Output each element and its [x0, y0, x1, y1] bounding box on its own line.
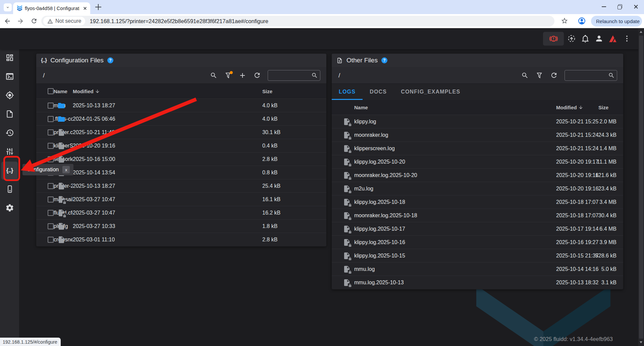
row-checkbox[interactable]	[48, 103, 54, 109]
file-search-box[interactable]	[565, 70, 617, 81]
row-checkbox[interactable]	[48, 143, 54, 149]
file-row[interactable]: moonraker.log.2025-10-18 2025-10-18 17:0…	[332, 209, 623, 222]
column-size[interactable]: Size	[262, 89, 307, 94]
column-size[interactable]: Size	[598, 105, 616, 110]
file-row[interactable]: sensorless.cfg 2025-10-16 15:00 2.8 kB	[36, 152, 326, 166]
select-all-checkbox[interactable]	[48, 88, 54, 94]
back-button[interactable]	[4, 17, 11, 25]
file-row[interactable]: klippy.log.2025-10-20 2025-10-20 19:17 1…	[332, 155, 623, 168]
tab-logs[interactable]: LOGS	[332, 84, 363, 100]
file-size: 1.4 MB	[598, 146, 616, 152]
file-row[interactable]: fluidd.cfg 2025-03-27 10:47 16.2 kB	[36, 206, 326, 219]
forward-button[interactable]	[17, 17, 24, 25]
column-name: Name	[354, 105, 556, 110]
file-modified: 2025-03-27 10:47	[73, 210, 262, 216]
notifications-bell-icon[interactable]	[581, 34, 590, 43]
sidebar-item-dashboard[interactable]	[0, 48, 19, 67]
file-row[interactable]: mainsail.cfg 2025-03-27 10:47 16.1 kB	[36, 192, 326, 206]
tab-config_examples[interactable]: CONFIG_EXAMPLES	[394, 84, 467, 100]
file-row[interactable]: m2u.log 2025-10-20 19:16 23.4 kB	[332, 182, 623, 195]
row-checkbox[interactable]	[48, 116, 54, 122]
tab-docs[interactable]: DOCS	[363, 84, 394, 100]
sidebar-item-system[interactable]	[0, 180, 19, 198]
help-icon[interactable]: ?	[381, 57, 387, 63]
file-lock-icon	[343, 185, 351, 193]
row-checkbox[interactable]	[48, 129, 54, 135]
column-modified[interactable]: Modified	[556, 105, 598, 110]
file-row[interactable]: moonraker.log.2025-10-20 2025-10-20 19:1…	[332, 168, 623, 182]
file-row[interactable]: moonraker.conf 2025-10-14 13:54 0.8 kB	[36, 166, 326, 179]
file-row[interactable]: plr.cfg 2025-03-27 10:33 1.8 kB	[36, 219, 326, 233]
refresh-icon[interactable]	[550, 71, 558, 79]
sidebar-item-history[interactable]	[0, 123, 19, 142]
row-checkbox[interactable]	[48, 156, 54, 162]
search-icon[interactable]	[521, 71, 529, 79]
fly-brand-logo[interactable]	[608, 34, 617, 43]
relaunch-button[interactable]: Relaunch to update	[591, 16, 642, 26]
gcode-preview-icon	[5, 91, 14, 100]
breadcrumb[interactable]: /	[43, 72, 45, 79]
file-row[interactable]: printer-20251013_182707.cfg-old 2025-10-…	[36, 179, 326, 192]
breadcrumb[interactable]: /	[338, 72, 340, 79]
sidebar-item-jobs[interactable]	[0, 105, 19, 123]
profile-avatar[interactable]	[578, 17, 586, 25]
tab-close-icon[interactable]	[82, 6, 88, 11]
sidebar-item-gcode-preview[interactable]	[0, 86, 19, 105]
file-row[interactable]: klippy.log.2025-10-16 2025-10-16 19:27 3…	[332, 235, 623, 249]
file-row[interactable]: .flyos-config 2024-01-25 06:46 4.0 kB	[36, 112, 326, 125]
file-row[interactable]: mmu.log.2025-10-13 2025-10-13 18:32 3.1 …	[332, 276, 623, 289]
file-row[interactable]: klipperscreen.log 2025-10-21 15:24 1.4 M…	[332, 141, 623, 155]
file-row[interactable]: mmu 2025-10-13 18:27 4.0 kB	[36, 99, 326, 112]
scrollbar-thumb[interactable]	[639, 36, 643, 339]
sidebar-item-settings[interactable]	[0, 198, 19, 217]
bookmark-star-icon[interactable]	[561, 17, 568, 24]
emergency-stop-button[interactable]	[543, 32, 564, 46]
browser-tab[interactable]: flyos-0a4d58 | Configuration	[13, 2, 90, 14]
window-minimize-button[interactable]	[600, 3, 607, 10]
upload-print-icon[interactable]	[567, 34, 576, 43]
scroll-up-arrow[interactable]	[640, 31, 642, 33]
filter-icon[interactable]	[535, 71, 543, 79]
row-checkbox[interactable]	[48, 210, 54, 216]
file-row[interactable]: klippy.log.2025-10-18 2025-10-18 17:07 3…	[332, 195, 623, 209]
security-chip[interactable]: Not secure	[43, 17, 85, 25]
address-bar[interactable]: Not secure 192.168.1.125/?printer=24282e…	[41, 16, 554, 26]
help-icon[interactable]: ?	[107, 57, 113, 63]
file-name: klippy.log.2025-10-20	[354, 159, 556, 165]
row-checkbox[interactable]	[48, 223, 54, 229]
filter-active-badge	[230, 71, 233, 74]
scroll-down-arrow[interactable]	[640, 341, 642, 343]
file-row[interactable]: klipperScreen.conf 2025-10-20 19:16 0.4 …	[36, 139, 326, 152]
file-row[interactable]: crowsnest.conf 2025-03-01 11:10 2.8 kB	[36, 233, 326, 246]
filter-icon[interactable]	[224, 71, 232, 79]
refresh-icon[interactable]	[253, 71, 261, 79]
file-row[interactable]: moonraker.log 2025-10-21 15:24 24.3 kB	[332, 128, 623, 141]
file-row[interactable]: klippy.log.2025-10-15 2025-10-15 21:37 5…	[332, 249, 623, 262]
file-row[interactable]: mmu.log 2025-10-14 14:16 5.0 kB	[332, 262, 623, 276]
file-search-input[interactable]	[568, 72, 608, 78]
user-account-icon[interactable]	[595, 34, 603, 43]
search-icon[interactable]	[210, 71, 218, 79]
page-scrollbar[interactable]	[638, 28, 644, 346]
file-row[interactable]: klippy.log.2025-10-17 2025-10-17 19:14 6…	[332, 222, 623, 235]
file-lock-icon	[343, 212, 351, 220]
new-tab-button[interactable]	[95, 4, 101, 10]
file-row[interactable]: printer.cfg 2025-10-21 11:48 30.1 kB	[36, 125, 326, 139]
file-search-input[interactable]	[271, 72, 311, 78]
window-restore-button[interactable]	[616, 3, 623, 10]
add-file-icon[interactable]	[238, 71, 247, 79]
reload-button[interactable]	[31, 17, 38, 24]
app-menu-kebab-icon[interactable]	[623, 34, 631, 43]
row-checkbox[interactable]	[48, 196, 54, 203]
file-lock-icon	[343, 118, 351, 126]
window-close-button[interactable]	[633, 3, 639, 10]
file-icon	[57, 142, 65, 150]
row-checkbox[interactable]	[48, 237, 54, 243]
sidebar-item-console[interactable]	[0, 67, 19, 86]
row-checkbox[interactable]	[48, 183, 54, 189]
tab-search-button[interactable]	[4, 3, 12, 11]
file-search-box[interactable]	[268, 70, 320, 81]
column-modified[interactable]: Modified	[73, 89, 262, 94]
file-icon	[57, 128, 65, 136]
file-row[interactable]: klippy.log 2025-10-21 15:25 2.0 MB	[332, 115, 623, 128]
